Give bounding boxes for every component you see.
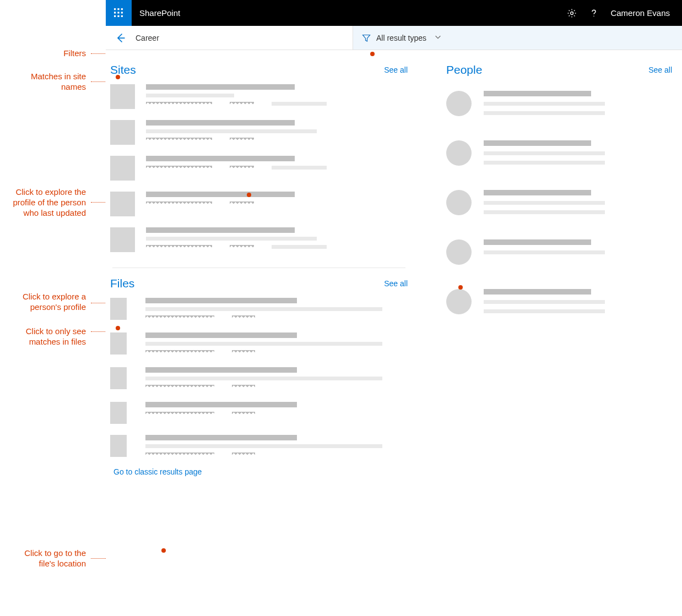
settings-button[interactable] bbox=[561, 0, 583, 26]
site-result[interactable] bbox=[110, 222, 408, 258]
svg-rect-8 bbox=[121, 15, 123, 17]
app-launcher-waffle[interactable] bbox=[106, 0, 132, 26]
people-section-header: People See all bbox=[446, 60, 672, 79]
search-breadcrumb: Career bbox=[106, 26, 353, 50]
svg-rect-3 bbox=[114, 12, 116, 13]
file-thumbnail bbox=[110, 367, 127, 389]
annotation-file-location: Click to go to the file's location bbox=[0, 548, 86, 569]
classic-results-link[interactable]: Go to classic results page bbox=[110, 464, 408, 482]
filter-label: All result types bbox=[376, 34, 426, 42]
person-avatar bbox=[446, 289, 472, 314]
site-result[interactable] bbox=[110, 186, 408, 222]
svg-rect-2 bbox=[121, 8, 123, 10]
file-result[interactable] bbox=[110, 396, 408, 429]
files-see-all[interactable]: See all bbox=[384, 279, 408, 288]
sites-section-header: Sites See all bbox=[110, 60, 408, 79]
person-result[interactable] bbox=[446, 227, 672, 277]
svg-point-9 bbox=[571, 12, 573, 14]
file-result[interactable] bbox=[110, 292, 408, 327]
site-thumbnail bbox=[110, 84, 135, 109]
annotation-person-profile: Click to explore a person's profile bbox=[0, 292, 86, 313]
files-section-header: Files See all bbox=[110, 274, 408, 292]
waffle-icon bbox=[114, 8, 123, 18]
file-thumbnail bbox=[110, 332, 127, 355]
person-avatar bbox=[446, 190, 472, 215]
content-area: Sites See all bbox=[106, 50, 682, 487]
people-see-all[interactable]: See all bbox=[648, 66, 672, 74]
app-name: SharePoint bbox=[132, 8, 180, 18]
site-result[interactable] bbox=[110, 115, 408, 150]
back-arrow-icon bbox=[115, 32, 126, 43]
svg-rect-6 bbox=[114, 15, 116, 17]
sites-heading[interactable]: Sites bbox=[110, 63, 136, 77]
person-avatar bbox=[446, 91, 472, 116]
svg-point-10 bbox=[594, 15, 595, 17]
files-heading[interactable]: Files bbox=[110, 277, 134, 290]
person-result[interactable] bbox=[446, 277, 672, 326]
site-thumbnail bbox=[110, 156, 135, 181]
file-result[interactable] bbox=[110, 362, 408, 396]
site-thumbnail bbox=[110, 120, 135, 145]
annotation-profile-updater: Click to explore the profile of the pers… bbox=[0, 187, 86, 218]
annotation-site-names: Matches in site names bbox=[0, 72, 86, 92]
person-result[interactable] bbox=[446, 128, 672, 178]
file-thumbnail bbox=[110, 402, 127, 424]
left-column: Sites See all bbox=[110, 60, 419, 482]
back-button[interactable] bbox=[115, 32, 127, 44]
svg-rect-1 bbox=[117, 8, 119, 10]
search-filter-bar: Career All result types bbox=[106, 26, 682, 50]
annotation-filters: Filters bbox=[0, 48, 86, 59]
annotation-files-only: Click to only see matches in files bbox=[0, 326, 86, 347]
app-shell: SharePoint Cameron Evans Career bbox=[106, 0, 682, 616]
person-avatar bbox=[446, 239, 472, 265]
help-icon bbox=[589, 8, 599, 18]
file-result[interactable] bbox=[110, 327, 408, 362]
user-name[interactable]: Cameron Evans bbox=[605, 8, 682, 18]
site-thumbnail bbox=[110, 192, 135, 216]
svg-rect-0 bbox=[114, 8, 116, 10]
gear-icon bbox=[567, 8, 577, 18]
svg-rect-7 bbox=[117, 15, 119, 17]
suite-bar: SharePoint Cameron Evans bbox=[106, 0, 682, 26]
person-result[interactable] bbox=[446, 79, 672, 128]
person-avatar bbox=[446, 140, 472, 166]
search-term[interactable]: Career bbox=[136, 34, 159, 42]
svg-rect-5 bbox=[121, 12, 123, 13]
help-button[interactable] bbox=[583, 0, 605, 26]
file-result[interactable] bbox=[110, 429, 408, 464]
right-column: People See all bbox=[419, 60, 672, 482]
site-result[interactable] bbox=[110, 79, 408, 115]
filter-icon bbox=[362, 34, 371, 42]
person-result[interactable] bbox=[446, 178, 672, 227]
filter-dropdown[interactable]: All result types bbox=[353, 26, 682, 50]
svg-rect-4 bbox=[117, 12, 119, 13]
sites-see-all[interactable]: See all bbox=[384, 66, 408, 74]
file-thumbnail bbox=[110, 298, 127, 320]
people-heading[interactable]: People bbox=[446, 63, 482, 77]
file-thumbnail bbox=[110, 435, 127, 457]
section-divider bbox=[112, 268, 405, 268]
chevron-down-icon bbox=[434, 33, 442, 43]
site-thumbnail bbox=[110, 227, 135, 252]
site-result[interactable] bbox=[110, 150, 408, 186]
